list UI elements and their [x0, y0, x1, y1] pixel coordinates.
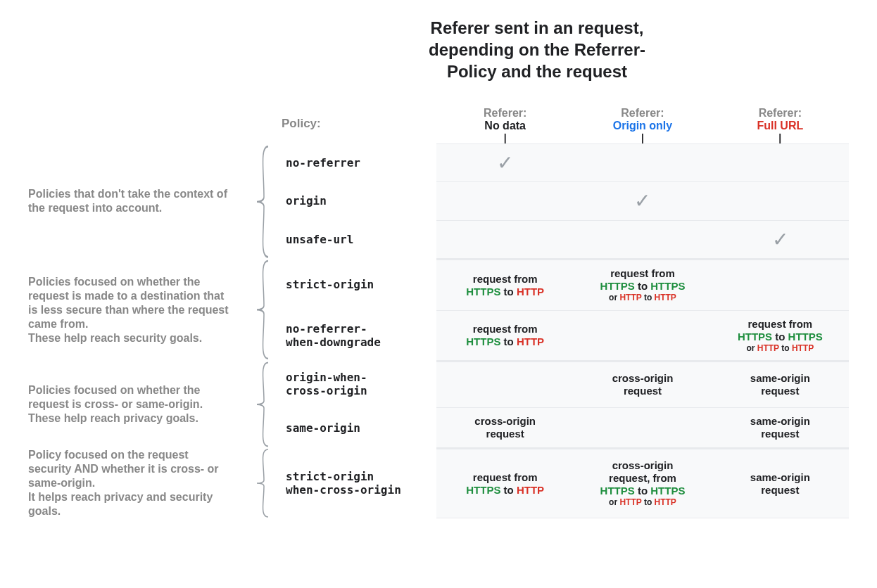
curly-brace-icon [239, 144, 282, 260]
table-cell [436, 221, 574, 260]
check-icon: ✓ [497, 151, 513, 175]
table-cell: same-originrequest [712, 408, 849, 448]
table-cell: request fromHTTPS to HTTPSor HTTP to HTT… [712, 311, 849, 361]
referer-policy-table: Policy:Referer:No dataReferer:Origin onl… [28, 103, 849, 519]
table-cell [574, 144, 711, 183]
policy-name: strict-origin [282, 259, 436, 310]
spacer [28, 103, 239, 134]
table-cell: request fromHTTPS to HTTP [436, 259, 574, 310]
group-description: Policies focused on whether the request … [28, 259, 239, 361]
policy-name: no-referrer [282, 144, 436, 183]
spacer [239, 103, 282, 134]
policy-name: strict-originwhen-cross-origin [282, 448, 436, 518]
table-cell [574, 311, 711, 361]
policy-name: origin [282, 182, 436, 221]
table-cell [436, 361, 574, 408]
policy-name: unsafe-url [282, 221, 436, 260]
axis-ticks: ||| [436, 134, 849, 144]
table-cell: request fromHTTPS to HTTP [436, 448, 574, 518]
table-cell: cross-originrequest [574, 361, 711, 408]
group-description: Policies focused on whether the request … [28, 361, 239, 448]
policy-name: no-referrer-when-downgrade [282, 311, 436, 361]
policy-column-label: Policy: [282, 114, 436, 134]
check-icon: ✓ [634, 189, 650, 213]
table-cell [574, 408, 711, 448]
table-cell [712, 259, 849, 310]
check-icon: ✓ [772, 228, 788, 252]
table-cell [574, 221, 711, 260]
group-description: Policies that don't take the context of … [28, 144, 239, 260]
spacer [282, 134, 436, 144]
diagram-title: Referer sent in an request, depending on… [213, 17, 664, 83]
table-cell: ✓ [574, 182, 711, 221]
spacer [239, 134, 282, 144]
curly-brace-icon [239, 361, 282, 448]
table-cell: cross-originrequest, fromHTTPS to HTTPSo… [574, 448, 711, 518]
policy-name: origin-when-cross-origin [282, 361, 436, 408]
table-cell: ✓ [436, 144, 574, 183]
policy-name: same-origin [282, 408, 436, 448]
column-header-no-data: Referer:No data [436, 103, 574, 134]
column-header-origin-only: Referer:Origin only [574, 103, 711, 134]
curly-brace-icon [239, 259, 282, 361]
curly-brace-icon [239, 448, 282, 518]
table-cell: cross-originrequest [436, 408, 574, 448]
table-cell: same-originrequest [712, 448, 849, 518]
table-cell [436, 182, 574, 221]
spacer [28, 134, 239, 144]
table-cell [712, 182, 849, 221]
table-cell: request fromHTTPS to HTTP [436, 311, 574, 361]
table-cell [712, 144, 849, 183]
table-cell: same-originrequest [712, 361, 849, 408]
table-cell: request fromHTTPS to HTTPSor HTTP to HTT… [574, 259, 711, 310]
column-header-full-url: Referer:Full URL [712, 103, 849, 134]
table-cell: ✓ [712, 221, 849, 260]
group-description: Policy focused on the request security A… [28, 448, 239, 518]
